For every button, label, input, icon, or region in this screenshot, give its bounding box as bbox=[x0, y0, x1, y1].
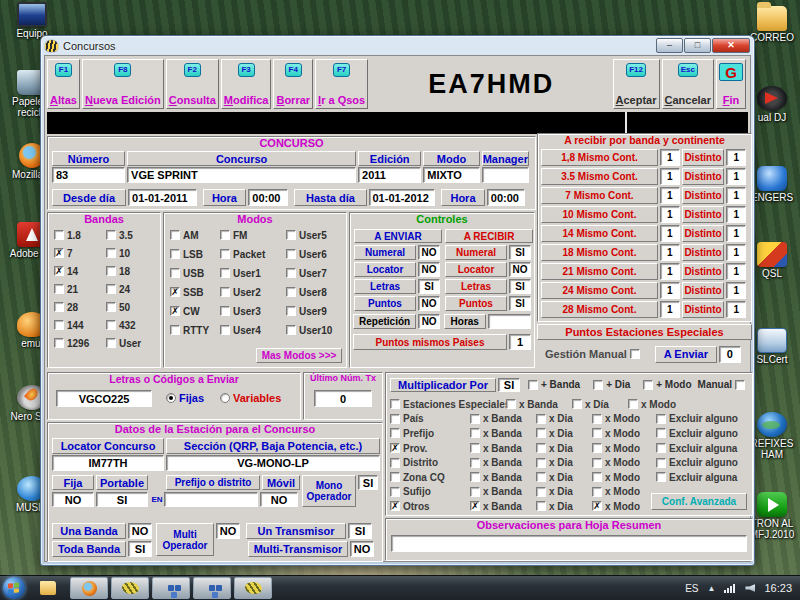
checkbox-box[interactable] bbox=[220, 249, 230, 259]
radio-fijas[interactable]: Fijas bbox=[166, 392, 204, 404]
a-enviar-value[interactable]: 0 bbox=[719, 346, 741, 363]
concurso-n-mero-value[interactable]: 83 bbox=[52, 167, 125, 183]
taskbar-item-bee[interactable] bbox=[234, 577, 272, 599]
same-continent-value[interactable]: 1 bbox=[660, 206, 680, 223]
a-enviar-letras-value[interactable]: SI bbox=[418, 279, 440, 294]
minimize-button[interactable]: – bbox=[656, 38, 683, 53]
checkbox-box[interactable] bbox=[390, 428, 400, 438]
checkbox-box[interactable] bbox=[286, 249, 296, 259]
mode-checkbox-ssb[interactable]: ✗SSB bbox=[170, 286, 220, 298]
mult-checkbox-prefijo[interactable]: Prefijo bbox=[390, 427, 470, 439]
checkbox-box[interactable] bbox=[170, 249, 180, 259]
mult-prefijo-excluir-alguno[interactable]: Excluir alguno bbox=[656, 427, 748, 439]
multi-operador-value[interactable]: NO bbox=[216, 523, 240, 539]
date-value-hora-1[interactable]: 00:00 bbox=[248, 189, 288, 206]
mono-operador-value[interactable]: SI bbox=[358, 475, 378, 490]
checkbox-box[interactable] bbox=[528, 380, 538, 390]
distinct-continent-value[interactable]: 1 bbox=[726, 206, 746, 223]
checkbox-box[interactable] bbox=[656, 472, 666, 482]
a-recibir-letras-value[interactable]: SI bbox=[509, 279, 531, 294]
concurso-edici-n-value[interactable]: 2011 bbox=[358, 167, 421, 183]
mult-sufijo-x-modo[interactable]: x Modo bbox=[592, 486, 656, 498]
a-enviar-puntos-value[interactable]: NO bbox=[418, 296, 440, 311]
mult-prov-x-dia[interactable]: x Dia bbox=[536, 442, 592, 454]
mult-distrito-x-dia[interactable]: x Dia bbox=[536, 457, 592, 469]
more-modes-button[interactable]: Mas Modos >>> bbox=[256, 348, 342, 363]
mode-checkbox-user2[interactable]: User2 bbox=[220, 286, 286, 298]
taskbar-item-network[interactable] bbox=[152, 577, 190, 599]
checkbox-box[interactable] bbox=[390, 414, 400, 424]
date-value-desde-d-a-0[interactable]: 01-01-2011 bbox=[128, 189, 197, 206]
checkbox-box[interactable] bbox=[106, 338, 116, 348]
checkbox-box[interactable] bbox=[390, 399, 400, 409]
band-checkbox-user[interactable]: User bbox=[106, 337, 158, 349]
same-continent-value[interactable]: 1 bbox=[660, 263, 680, 280]
conf-avanzada-button[interactable]: Conf. Avanzada bbox=[651, 493, 747, 510]
mult-option-modo[interactable]: + Modo bbox=[643, 379, 691, 391]
checkbox-box[interactable] bbox=[593, 380, 603, 390]
mode-checkbox-rtty[interactable]: RTTY bbox=[170, 324, 220, 336]
mode-checkbox-user1[interactable]: User1 bbox=[220, 267, 286, 279]
taskbar-item-bee[interactable] bbox=[111, 577, 149, 599]
toolbar-button-altas[interactable]: F1Altas bbox=[47, 59, 80, 109]
mult-distrito-x-modo[interactable]: x Modo bbox=[592, 457, 656, 469]
checkbox-box[interactable] bbox=[470, 472, 480, 482]
mult-pa-s-x-dia[interactable]: x Dia bbox=[536, 413, 592, 425]
titlebar[interactable]: Concursos – □ ✕ bbox=[41, 36, 754, 55]
checkbox-box[interactable] bbox=[220, 268, 230, 278]
a-enviar-numeral-value[interactable]: NO bbox=[418, 245, 440, 260]
same-continent-value[interactable]: 1 bbox=[660, 282, 680, 299]
toolbar-button-nueva-edici-n[interactable]: F8Nueva Edición bbox=[82, 59, 164, 109]
checkbox-box[interactable]: ✗ bbox=[390, 443, 400, 453]
mult-pa-s-x-banda[interactable]: x Banda bbox=[470, 413, 536, 425]
same-continent-value[interactable]: 1 bbox=[660, 225, 680, 242]
una-banda-value[interactable]: NO bbox=[128, 523, 152, 539]
mult-prov-excluir-alguna[interactable]: Excluir alguna bbox=[656, 442, 748, 454]
checkbox-box[interactable] bbox=[536, 487, 546, 497]
checkbox-box[interactable] bbox=[390, 487, 400, 497]
concurso-manager-value[interactable] bbox=[482, 167, 529, 183]
mult-zona-cq-x-dia[interactable]: x Dia bbox=[536, 471, 592, 483]
distinct-continent-value[interactable]: 1 bbox=[726, 168, 746, 185]
checkbox-box[interactable] bbox=[106, 230, 116, 240]
mult-distrito-excluir-alguno[interactable]: Excluir alguno bbox=[656, 457, 748, 469]
mult-prefijo-x-dia[interactable]: x Dia bbox=[536, 427, 592, 439]
mult-otros-x-modo[interactable]: ✗x Modo bbox=[592, 500, 656, 512]
checkbox-box[interactable] bbox=[592, 443, 602, 453]
band-checkbox-14[interactable]: ✗14 bbox=[54, 265, 106, 277]
horas-value[interactable] bbox=[488, 314, 531, 329]
checkbox-box[interactable]: ✗ bbox=[170, 306, 180, 316]
checkbox-box[interactable] bbox=[286, 325, 296, 335]
toda-banda-value[interactable]: SI bbox=[128, 541, 152, 557]
checkbox-box[interactable] bbox=[656, 443, 666, 453]
un-transmisor-value[interactable]: SI bbox=[348, 523, 372, 539]
checkbox-box[interactable] bbox=[470, 428, 480, 438]
checkbox-box[interactable] bbox=[220, 306, 230, 316]
mode-checkbox-user4[interactable]: User4 bbox=[220, 324, 286, 336]
checkbox-box[interactable] bbox=[106, 284, 116, 294]
clock[interactable]: 16:23 bbox=[764, 582, 792, 594]
checkbox-box[interactable] bbox=[106, 302, 116, 312]
mult-pa-s-excluir-alguno[interactable]: Excluir alguno bbox=[656, 413, 748, 425]
checkbox-box[interactable] bbox=[470, 443, 480, 453]
desktop-icon-equipo[interactable]: Equipo bbox=[4, 2, 60, 39]
checkbox-box[interactable]: ✗ bbox=[170, 287, 180, 297]
checkbox-box[interactable] bbox=[592, 472, 602, 482]
taskbar-item-explorer[interactable] bbox=[29, 577, 67, 599]
mode-checkbox-usb[interactable]: USB bbox=[170, 267, 220, 279]
mult-estaciones-especiales-x-d-a[interactable]: x Día bbox=[572, 398, 628, 410]
checkbox-box[interactable]: ✗ bbox=[390, 501, 400, 511]
a-recibir-numeral-value[interactable]: SI bbox=[509, 245, 531, 260]
date-value-hasta-d-a-2[interactable]: 01-01-2012 bbox=[369, 189, 436, 206]
band-checkbox-432[interactable]: 432 bbox=[106, 319, 158, 331]
distinct-continent-value[interactable]: 1 bbox=[726, 282, 746, 299]
toolbar-button-aceptar[interactable]: F12Aceptar bbox=[613, 59, 660, 109]
checkbox-box[interactable]: ✗ bbox=[54, 266, 64, 276]
band-checkbox-144[interactable]: 144 bbox=[54, 319, 106, 331]
date-value-hora-3[interactable]: 00:00 bbox=[487, 189, 525, 206]
mult-distrito-x-banda[interactable]: x Banda bbox=[470, 457, 536, 469]
checkbox-box[interactable] bbox=[220, 230, 230, 240]
checkbox-box[interactable]: ✗ bbox=[54, 248, 64, 258]
mult-prefijo-x-banda[interactable]: x Banda bbox=[470, 427, 536, 439]
checkbox-box[interactable] bbox=[643, 380, 653, 390]
